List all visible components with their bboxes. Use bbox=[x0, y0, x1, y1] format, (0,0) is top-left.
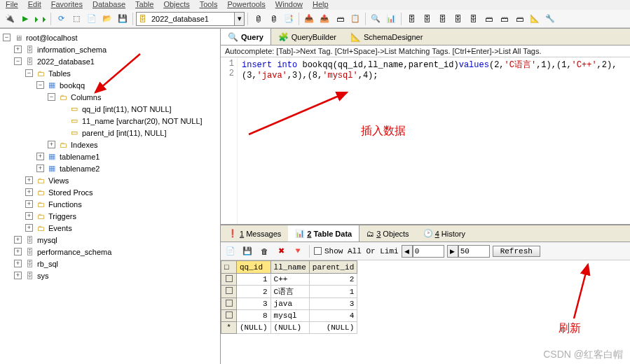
stop-icon[interactable]: ⬚ bbox=[69, 12, 83, 26]
tool-icon[interactable]: 🛢 bbox=[251, 12, 265, 26]
expand-icon[interactable]: + bbox=[14, 260, 22, 267]
tree-db-sys[interactable]: + 🗄 sys bbox=[0, 270, 220, 281]
menu-edit[interactable]: Edit bbox=[28, 0, 41, 7]
tree-db-rb_sql[interactable]: + 🗄 rb_sql bbox=[0, 258, 220, 270]
expand-icon[interactable]: + bbox=[25, 200, 33, 208]
t12-icon[interactable]: 🗄 bbox=[451, 12, 465, 26]
t14-icon[interactable]: 🗃 bbox=[481, 12, 495, 26]
tree-table-tablename2[interactable]: + ▦ tablename2 bbox=[0, 162, 220, 174]
cell[interactable]: 2 bbox=[309, 274, 357, 286]
export-icon[interactable]: 📤 bbox=[317, 12, 331, 26]
row-marker[interactable]: * bbox=[221, 322, 237, 334]
table-row[interactable]: 8mysql4 bbox=[221, 310, 357, 322]
tree-triggers[interactable]: + 🗀 Triggers bbox=[0, 210, 220, 222]
t5-icon[interactable]: 🗃 bbox=[333, 12, 347, 26]
qtab-querybuilder[interactable]: 🧩QueryBuilder bbox=[271, 29, 343, 45]
expand-icon[interactable]: − bbox=[48, 93, 55, 101]
grid-save-icon[interactable]: 💾 bbox=[240, 244, 254, 258]
menu-help[interactable]: Help bbox=[313, 0, 329, 7]
cell[interactable]: 1 bbox=[237, 274, 271, 286]
limit-to[interactable]: ▶ bbox=[447, 245, 490, 258]
cell[interactable]: 2 bbox=[237, 286, 271, 298]
tree-functions[interactable]: + 🗀 Functions bbox=[0, 198, 220, 210]
grid-filter-icon[interactable]: 🔻 bbox=[291, 244, 305, 258]
menu-objects[interactable]: Objects bbox=[163, 0, 189, 7]
tree-column[interactable]: ▭ qq_id [int(11), NOT NULL] bbox=[0, 103, 220, 115]
tool3-icon[interactable]: 📑 bbox=[282, 12, 296, 26]
open-icon[interactable]: 📂 bbox=[100, 12, 114, 26]
tree-root[interactable]: − 🖥 root@localhost bbox=[0, 31, 220, 43]
showall-checkbox[interactable] bbox=[314, 247, 322, 255]
expand-icon[interactable]: − bbox=[25, 69, 33, 77]
col-ll_name[interactable]: ll_name bbox=[271, 261, 309, 274]
result-tab-objects[interactable]: 🗂 3 Objects bbox=[359, 225, 416, 241]
tree-tables[interactable]: − 🗀 Tables bbox=[0, 67, 220, 79]
cell[interactable]: 1 bbox=[309, 286, 357, 298]
expand-icon[interactable]: + bbox=[25, 224, 33, 232]
run-icon[interactable]: ▶ bbox=[18, 12, 32, 26]
cell[interactable]: mysql bbox=[271, 310, 309, 322]
database-selector[interactable]: 🗄 ▾ bbox=[136, 12, 245, 26]
result-tab-messages[interactable]: ❗ 1 Messages bbox=[221, 225, 288, 241]
qtab-query[interactable]: 🔍Query bbox=[221, 29, 271, 45]
menu-powertools[interactable]: Powertools bbox=[227, 0, 265, 7]
expand-icon[interactable] bbox=[59, 105, 67, 113]
expand-icon[interactable]: + bbox=[14, 236, 22, 244]
menu-file[interactable]: File bbox=[6, 0, 18, 7]
tree-columns[interactable]: − 🗀 Columns bbox=[0, 91, 220, 103]
table-row[interactable]: 3java3 bbox=[221, 298, 357, 310]
expand-icon[interactable] bbox=[59, 117, 67, 125]
cell[interactable]: (NULL) bbox=[271, 322, 309, 334]
qtab-schemadesigner[interactable]: 📐SchemaDesigner bbox=[343, 29, 430, 45]
menu-window[interactable]: Window bbox=[275, 0, 303, 7]
expand-icon[interactable]: + bbox=[36, 164, 44, 172]
tree-indexes[interactable]: + 🗀 Indexes bbox=[0, 139, 220, 150]
col-parent_id[interactable]: parent_id bbox=[309, 261, 357, 274]
tree-db-2022_database1[interactable]: − 🗄 2022_database1 bbox=[0, 55, 220, 67]
expand-icon[interactable]: + bbox=[25, 188, 33, 196]
t15-icon[interactable]: 🗃 bbox=[497, 12, 511, 26]
t13-icon[interactable]: 🗄 bbox=[466, 12, 480, 26]
row-marker[interactable] bbox=[221, 298, 237, 310]
t9-icon[interactable]: 🗄 bbox=[404, 12, 418, 26]
cell[interactable]: 4 bbox=[309, 310, 357, 322]
tree-db-performance_schema[interactable]: + 🗄 performance_schema bbox=[0, 246, 220, 258]
menu-favorites[interactable]: Favorites bbox=[51, 0, 83, 7]
tree-table-tablename1[interactable]: + ▦ tablename1 bbox=[0, 150, 220, 162]
cell[interactable]: 8 bbox=[237, 310, 271, 322]
col-qq_id[interactable]: qq_id bbox=[237, 261, 271, 274]
tree-procs[interactable]: + 🗀 Stored Procs bbox=[0, 186, 220, 198]
cell[interactable]: (NULL) bbox=[237, 322, 271, 334]
row-marker[interactable] bbox=[221, 286, 237, 298]
expand-icon[interactable]: − bbox=[36, 81, 44, 89]
table-row[interactable]: *(NULL)(NULL)(NULL) bbox=[221, 322, 357, 334]
expand-icon[interactable]: + bbox=[25, 212, 33, 220]
menu-tools[interactable]: Tools bbox=[200, 0, 218, 7]
tree-column[interactable]: ▭ 11_name [varchar(20), NOT NULL] bbox=[0, 115, 220, 127]
grid-del-icon[interactable]: 🗑 bbox=[257, 244, 271, 258]
cell[interactable]: C++ bbox=[271, 274, 309, 286]
tree-column[interactable]: ▭ parent_id [int(11), NULL] bbox=[0, 127, 220, 139]
t10-icon[interactable]: 🗄 bbox=[420, 12, 434, 26]
tree-table-bookqq[interactable]: − ▦ bookqq bbox=[0, 79, 220, 91]
refresh-icon[interactable]: ⟳ bbox=[54, 12, 68, 26]
run-all-icon[interactable]: ⏵⏵ bbox=[34, 12, 48, 26]
new-conn-icon[interactable]: 🔌 bbox=[3, 12, 17, 26]
row-marker[interactable] bbox=[221, 310, 237, 322]
cell[interactable]: C语言 bbox=[271, 286, 309, 298]
menu-table[interactable]: Table bbox=[135, 0, 153, 7]
tree-events[interactable]: + 🗀 Events bbox=[0, 222, 220, 234]
expand-icon[interactable]: − bbox=[14, 57, 22, 65]
tree-views[interactable]: + 🗀 Views bbox=[0, 174, 220, 186]
table-row[interactable]: 1C++2 bbox=[221, 274, 357, 286]
next-icon[interactable]: ▶ bbox=[447, 245, 458, 258]
table-row[interactable]: 2C语言1 bbox=[221, 286, 357, 298]
menu-database[interactable]: Database bbox=[93, 0, 125, 7]
expand-icon[interactable]: + bbox=[14, 248, 22, 255]
grid-cancel-icon[interactable]: ✖ bbox=[274, 244, 288, 258]
expand-icon[interactable] bbox=[59, 129, 67, 136]
expand-icon[interactable]: + bbox=[48, 141, 55, 148]
t6-icon[interactable]: 📋 bbox=[348, 12, 362, 26]
expand-icon[interactable]: + bbox=[14, 46, 22, 53]
database-selector-input[interactable] bbox=[150, 15, 234, 23]
